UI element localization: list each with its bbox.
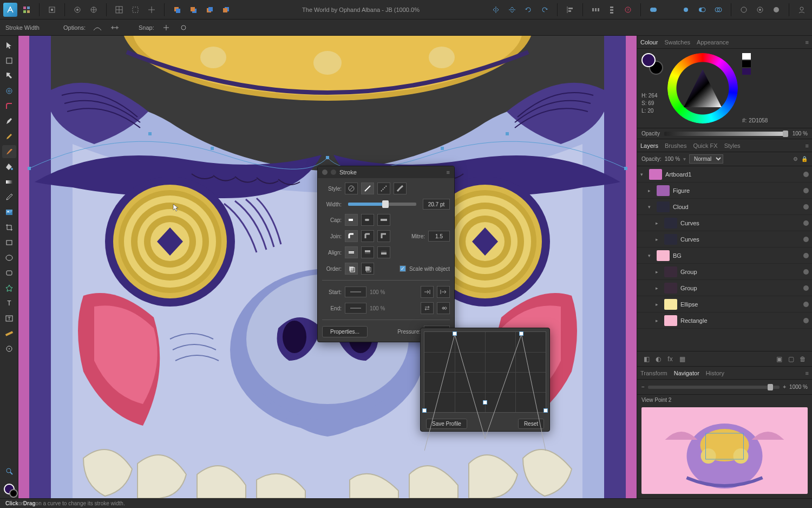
layer-settings-icon[interactable]: ⚙	[793, 156, 798, 162]
join-mitre-btn[interactable]	[377, 230, 390, 242]
nav-panel-menu-icon[interactable]: ≡	[806, 370, 809, 376]
style-brush-btn[interactable]	[394, 183, 407, 194]
distribute-v-btn[interactable]	[605, 3, 619, 17]
order-front-btn[interactable]	[170, 3, 184, 17]
layer-opacity-value[interactable]: 100 %	[665, 156, 680, 162]
tab-styles[interactable]: Styles	[724, 142, 741, 149]
expand-icon[interactable]: ▾	[640, 172, 646, 177]
opacity-slider[interactable]	[664, 132, 788, 136]
tab-colour[interactable]: Colour	[640, 39, 658, 45]
arrow-place-1-btn[interactable]	[421, 286, 434, 298]
zoom-out-icon[interactable]: −	[641, 384, 645, 390]
snap-grid-btn[interactable]	[112, 3, 126, 17]
snap-opt-1-icon[interactable]	[161, 22, 172, 33]
pen-tool[interactable]	[2, 115, 16, 128]
layers-panel-menu-icon[interactable]: ≡	[806, 142, 809, 149]
start-pct[interactable]: 100 %	[370, 289, 385, 295]
geom-xor-btn[interactable]	[695, 3, 709, 17]
stroke-panel-menu-icon[interactable]: ≡	[447, 169, 450, 175]
visibility-toggle[interactable]	[803, 269, 809, 275]
cap-round-btn[interactable]	[361, 214, 374, 226]
account-btn[interactable]	[795, 3, 809, 17]
move-tool[interactable]	[2, 39, 16, 52]
zoom-in-icon[interactable]: +	[783, 384, 786, 390]
text-tool[interactable]: T	[2, 297, 16, 310]
visibility-toggle[interactable]	[803, 237, 809, 242]
style-dash-btn[interactable]	[377, 183, 390, 194]
group-btn[interactable]: ▣	[774, 354, 784, 364]
zoom-tool[interactable]	[2, 465, 16, 478]
align-center-btn[interactable]	[345, 246, 358, 258]
order-fwd-btn[interactable]	[202, 3, 217, 17]
tab-navigator[interactable]: Navigator	[674, 370, 699, 376]
adjust-btn[interactable]: ◐	[653, 354, 663, 364]
scale-checkbox[interactable]: ✓	[400, 265, 406, 272]
align-left-btn[interactable]	[563, 3, 577, 17]
style-none-btn[interactable]	[345, 183, 358, 194]
close-icon[interactable]	[322, 170, 328, 175]
pan-tool[interactable]	[2, 342, 16, 355]
text-frame-tool[interactable]: T	[2, 312, 16, 325]
ellipse-tool[interactable]	[2, 251, 16, 264]
brush-tool[interactable]	[2, 145, 16, 158]
prefs-btn-1[interactable]	[70, 3, 84, 17]
colour-wheel[interactable]	[667, 53, 738, 123]
colour-swatch-pair[interactable]	[641, 53, 663, 75]
geom-div-btn[interactable]	[711, 3, 725, 17]
style-solid-btn[interactable]	[361, 183, 374, 194]
width-slider[interactable]	[348, 203, 416, 206]
eyedropper-tool[interactable]	[2, 191, 16, 204]
layer-row[interactable]: ▾BG	[637, 248, 812, 264]
navigator-preview[interactable]	[641, 407, 808, 494]
blend-mode-select[interactable]: Normal	[689, 154, 723, 164]
flip-h-btn[interactable]	[489, 3, 503, 17]
join-bevel-btn[interactable]	[361, 230, 374, 242]
hex-readout[interactable]: #: 2D1058	[742, 118, 768, 123]
tab-brushes[interactable]: Brushes	[665, 142, 686, 149]
layer-row[interactable]: ▾Artboard1	[637, 166, 812, 183]
visibility-toggle[interactable]	[803, 318, 809, 323]
order-bwd-btn[interactable]	[219, 3, 233, 17]
geom-sub-btn[interactable]	[663, 3, 677, 17]
viewpoint-label[interactable]: View Point 2	[637, 395, 812, 405]
distribute-h-btn[interactable]	[588, 3, 603, 17]
expand-icon[interactable]: ▸	[656, 285, 661, 291]
end-arrow-select[interactable]	[345, 303, 366, 314]
place-image-tool[interactable]	[2, 206, 16, 219]
delete-layer-btn[interactable]: 🗑	[798, 354, 808, 364]
measure-tool[interactable]	[2, 327, 16, 340]
visibility-toggle[interactable]	[803, 204, 809, 210]
fx-btn[interactable]: fx	[665, 354, 675, 364]
rounded-rect-tool[interactable]	[2, 266, 16, 279]
contour-tool[interactable]	[2, 84, 16, 97]
snap-opt-2-icon[interactable]	[178, 22, 189, 33]
link-arrows-btn[interactable]	[437, 302, 450, 314]
visibility-toggle[interactable]	[803, 172, 809, 177]
artboard-btn[interactable]	[45, 3, 59, 17]
expand-icon[interactable]: ▸	[656, 269, 661, 275]
align-inside-btn[interactable]	[361, 246, 374, 258]
order-back-btn[interactable]	[186, 3, 200, 17]
rotate-cw-btn[interactable]	[538, 3, 552, 17]
layer-row[interactable]: ▾Cloud	[637, 199, 812, 215]
artboard-tool[interactable]	[2, 54, 16, 67]
end-pct[interactable]: 100 %	[370, 305, 385, 311]
expand-icon[interactable]: ▸	[648, 188, 653, 193]
cap-square-btn[interactable]	[377, 214, 390, 226]
visibility-toggle[interactable]	[803, 188, 809, 193]
snap-guides-btn[interactable]	[145, 3, 159, 17]
expand-icon[interactable]: ▸	[656, 220, 661, 226]
expand-icon[interactable]: ▸	[656, 237, 661, 242]
cap-butt-btn[interactable]	[345, 214, 358, 226]
options-curve-icon[interactable]	[92, 22, 103, 33]
visibility-toggle[interactable]	[803, 220, 809, 226]
tab-history[interactable]: History	[706, 370, 724, 376]
layer-row[interactable]: ▸Rectangle	[637, 312, 812, 329]
insert-inside-btn[interactable]	[753, 3, 767, 17]
expand-icon[interactable]: ▾	[648, 253, 653, 258]
tab-transform[interactable]: Transform	[640, 370, 667, 376]
expand-icon[interactable]: ▾	[648, 204, 653, 210]
expand-icon[interactable]: ▸	[656, 302, 661, 307]
star-tool[interactable]	[2, 282, 16, 295]
zoom-value[interactable]: 1000 %	[789, 384, 808, 390]
